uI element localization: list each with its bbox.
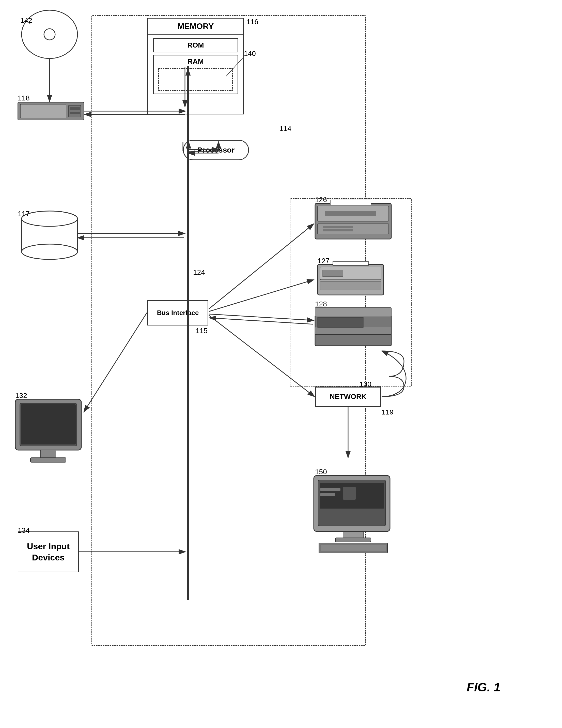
ram-box: RAM	[153, 55, 238, 94]
svg-rect-40	[15, 399, 81, 450]
svg-rect-11	[70, 107, 80, 110]
svg-rect-44	[31, 458, 66, 462]
svg-point-21	[22, 211, 78, 226]
bus-line	[187, 66, 189, 600]
svg-point-4	[44, 29, 55, 40]
svg-text:132: 132	[15, 392, 27, 399]
uid-label: User Input Devices	[20, 541, 76, 563]
processor-box: Processor	[183, 140, 249, 160]
svg-rect-8	[18, 102, 84, 120]
svg-point-3	[22, 10, 78, 58]
memory-box: MEMORY ROM RAM	[147, 18, 244, 114]
svg-rect-43	[41, 450, 56, 458]
svg-rect-10	[69, 105, 81, 117]
svg-point-20	[22, 244, 78, 259]
output-boundary	[289, 198, 412, 387]
svg-rect-42	[21, 404, 76, 444]
bus-interface-box: Bus Interface	[147, 300, 208, 325]
svg-text:142: 142	[20, 17, 32, 24]
svg-point-18	[22, 211, 78, 226]
files-label: Files	[20, 231, 41, 242]
svg-line-5	[27, 20, 31, 24]
svg-text:119: 119	[382, 408, 393, 416]
svg-rect-12	[70, 112, 80, 114]
svg-text:118: 118	[18, 94, 30, 102]
diagram-container: MEMORY ROM RAM Processor Bus Interface N…	[10, 10, 551, 709]
fig-label: FIG. 1	[467, 680, 500, 694]
svg-rect-9	[20, 104, 66, 118]
memory-label: MEMORY	[148, 19, 243, 35]
network-box: NETWORK	[315, 387, 381, 407]
svg-rect-41	[20, 403, 77, 446]
svg-text:117: 117	[18, 210, 30, 218]
rom-box: ROM	[153, 38, 238, 52]
user-input-devices-box: User Input Devices	[18, 531, 79, 572]
ram-inner-dashed	[158, 68, 233, 91]
